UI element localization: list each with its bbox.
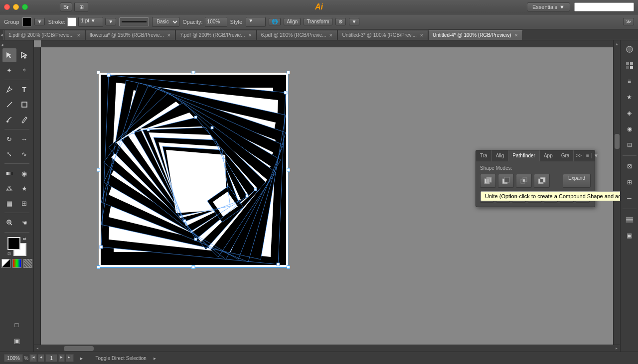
panel-tab-align[interactable]: Alig xyxy=(492,150,509,161)
rect-tool[interactable] xyxy=(17,98,31,112)
status-expand-btn[interactable]: ▸ xyxy=(154,356,156,361)
search-input[interactable] xyxy=(574,2,634,11)
symbols-panel-icon[interactable]: ★ xyxy=(623,90,637,104)
minimize-button[interactable] xyxy=(13,4,19,10)
options-icon[interactable]: ⚙ xyxy=(335,18,346,25)
scale-tool[interactable]: ⤡ xyxy=(2,147,16,161)
selection-tool[interactable] xyxy=(2,48,16,62)
align-btn[interactable]: Align xyxy=(284,18,301,25)
foreground-color[interactable] xyxy=(7,237,20,250)
stroke-panel-icon[interactable]: ─ xyxy=(623,191,637,205)
next-page-btn[interactable]: ▸| xyxy=(66,354,73,362)
stroke-color-box[interactable] xyxy=(67,17,76,26)
prev-btn[interactable]: ◂ xyxy=(38,354,44,362)
symbol-tool[interactable]: ★ xyxy=(17,181,31,195)
color-panel-icon[interactable] xyxy=(623,42,637,56)
tab-flower[interactable]: flower.ai* @ 150% (RGB/Previe... ✕ xyxy=(85,30,175,40)
mesh-tool[interactable]: ⊞ xyxy=(17,196,31,210)
close-button[interactable] xyxy=(4,4,10,10)
warp-tool[interactable]: ∿ xyxy=(17,147,31,161)
fill-color-box[interactable] xyxy=(22,17,31,26)
reflect-tool[interactable]: ↔ xyxy=(17,132,31,146)
transform-btn[interactable]: Transform xyxy=(304,18,332,25)
zoom-input[interactable] xyxy=(4,354,23,362)
stroke-type-select[interactable]: Basic xyxy=(152,17,179,27)
tab-close-6[interactable]: ✕ xyxy=(329,33,333,38)
style-select[interactable]: ▼ xyxy=(246,17,266,27)
hand-tool[interactable]: ☚ xyxy=(17,216,31,230)
none-color[interactable] xyxy=(1,259,10,268)
rotate-tool[interactable]: ↻ xyxy=(2,132,16,146)
scroll-right-btn[interactable]: ▸ xyxy=(613,345,620,352)
artboards-panel-icon[interactable]: ▣ xyxy=(623,229,637,243)
pathfinder-panel-icon[interactable]: ⊞ xyxy=(623,175,637,189)
panel-toggle[interactable]: ≫ xyxy=(623,18,634,25)
tab-1pdf[interactable]: 1.pdf @ 200% (RGB/Previe... ✕ xyxy=(4,30,85,40)
unite-btn[interactable]: Unite (Option-click to create a Compound… xyxy=(480,174,496,188)
scrollbar-horizontal[interactable]: ◂ ▸ xyxy=(34,345,620,352)
draw-mode-btn[interactable]: □ xyxy=(10,318,24,332)
tab-6pdf[interactable]: 6.pdf @ 200% (RGB/Previe... ✕ xyxy=(257,30,338,40)
layers-panel-icon[interactable] xyxy=(623,213,637,227)
next-btn[interactable]: ▸ xyxy=(58,354,65,362)
graphic-styles-icon[interactable]: ◈ xyxy=(623,106,637,120)
panel-menu-btn[interactable]: ≡ xyxy=(584,153,591,158)
tabs-scroll-left[interactable]: ◂ xyxy=(0,30,4,40)
maximize-button[interactable] xyxy=(22,4,28,10)
toolbar-collapse[interactable]: ◂ xyxy=(0,42,4,47)
tab-untitled4[interactable]: Untitled-4* @ 100% (RGB/Preview) ✕ xyxy=(428,30,522,40)
scroll-thumb-v[interactable] xyxy=(615,134,620,149)
tab-close-1[interactable]: ✕ xyxy=(77,33,81,38)
tab-close-u4[interactable]: ✕ xyxy=(514,33,518,38)
toggle-arrow-btn[interactable]: ▸ xyxy=(80,356,83,361)
direct-selection-tool[interactable] xyxy=(17,48,31,62)
tab-close-u3[interactable]: ✕ xyxy=(420,33,424,38)
panel-tab-app[interactable]: App xyxy=(540,150,557,161)
panel-more-btn[interactable]: >> xyxy=(574,153,584,158)
tab-close-7[interactable]: ✕ xyxy=(248,33,252,38)
stroke-options-btn[interactable]: ▼ xyxy=(105,18,116,25)
arrange-btn[interactable]: ▼ xyxy=(349,18,360,25)
gradient-tool[interactable] xyxy=(2,166,16,180)
page-input[interactable] xyxy=(45,354,57,362)
panel-collapse-btn[interactable]: ▼ xyxy=(591,153,601,158)
screen-mode-btn[interactable]: ▣ xyxy=(10,334,24,348)
align-panel-icon[interactable]: ⊟ xyxy=(623,138,637,152)
pattern-color[interactable] xyxy=(23,259,32,268)
swatches-panel-icon[interactable] xyxy=(623,58,637,72)
opacity-input[interactable] xyxy=(205,17,227,27)
scroll-up-btn[interactable]: ▲ xyxy=(614,40,620,47)
bridge-button[interactable]: Br xyxy=(60,2,72,11)
brushes-panel-icon[interactable]: ≡ xyxy=(623,74,637,88)
tab-7pdf[interactable]: 7.pdf @ 200% (RGB/Previe... ✕ xyxy=(175,30,257,40)
graph-tool[interactable]: ▦ xyxy=(2,196,16,210)
panel-tab-transform[interactable]: Tra xyxy=(476,150,492,161)
eyedropper-tool[interactable]: ◉ xyxy=(17,166,31,180)
pen-tool[interactable] xyxy=(2,83,16,97)
scroll-left-btn[interactable]: ◂ xyxy=(34,345,41,352)
type-tool[interactable]: T xyxy=(17,83,31,97)
panel-tab-pathfinder[interactable]: Pathfinder xyxy=(508,150,540,161)
stroke-width-select[interactable]: 1 pt ▼ xyxy=(78,17,103,27)
workspace-icon[interactable]: ⊞ xyxy=(74,2,88,12)
paintbrush-tool[interactable] xyxy=(2,113,16,126)
exclude-btn[interactable] xyxy=(534,174,550,188)
tab-close-flower[interactable]: ✕ xyxy=(167,33,171,38)
essentials-button[interactable]: Essentials ▼ xyxy=(527,2,570,11)
reset-colors[interactable]: ⊡ xyxy=(7,252,11,256)
expand-btn[interactable]: Expand xyxy=(563,174,591,188)
panel-tab-gra[interactable]: Gra xyxy=(557,150,574,161)
canvas-area[interactable]: ▲ ▼ ◂ ▸ Tra Alig Pathfinder App Gra >> ≡… xyxy=(34,40,620,352)
intersect-btn[interactable] xyxy=(516,174,532,188)
scroll-thumb-h[interactable] xyxy=(64,346,94,351)
appearance-icon[interactable]: ◉ xyxy=(623,122,637,136)
minus-front-btn[interactable] xyxy=(498,174,514,188)
gradient-color[interactable] xyxy=(12,259,21,268)
pencil-tool[interactable] xyxy=(17,113,31,126)
fill-options-btn[interactable]: ▼ xyxy=(34,18,45,25)
web-icon[interactable]: 🌐 xyxy=(269,18,281,25)
line-tool[interactable] xyxy=(2,98,16,112)
prev-page-btn[interactable]: |◂ xyxy=(29,354,37,362)
lasso-tool[interactable]: ⌖ xyxy=(17,63,31,77)
transform-panel-icon[interactable]: ⊠ xyxy=(623,159,637,173)
